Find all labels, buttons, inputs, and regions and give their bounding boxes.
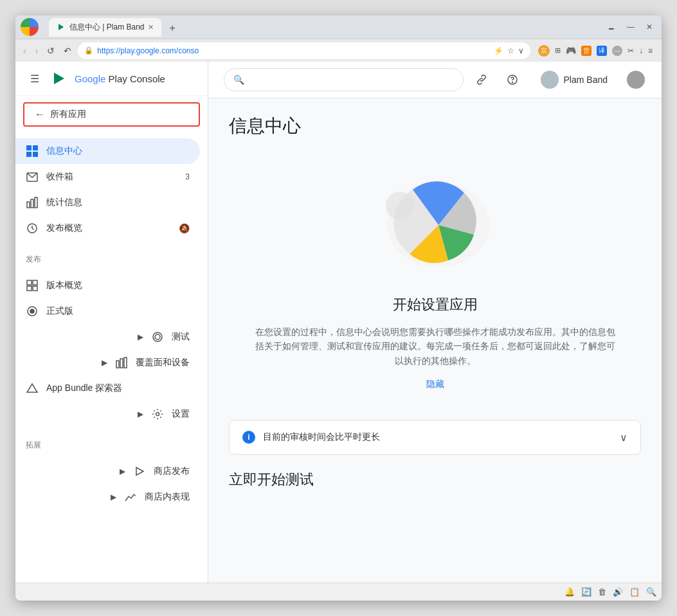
browser-titlebar: 信息中心 | Plam Band ✕ + 🗕 — ✕ <box>15 15 662 39</box>
svg-rect-20 <box>120 359 123 368</box>
minimize-btn[interactable]: 🗕 <box>604 21 619 33</box>
address-bar[interactable]: 🔒 https://play.google.com/conso ⚡ ☆ ∨ <box>78 42 530 59</box>
expand-url-icon[interactable]: ∨ <box>518 46 524 55</box>
new-tab-button[interactable]: + <box>164 20 180 37</box>
svg-marker-1 <box>54 73 64 84</box>
hamburger-btn[interactable]: ☰ <box>26 69 44 87</box>
svg-rect-11 <box>27 280 32 285</box>
sidebar-item-release-overview[interactable]: 发布概览 🔕 <box>15 215 200 241</box>
svg-point-18 <box>155 334 160 340</box>
section2-title: 立即开始测试 <box>229 470 641 489</box>
hide-link[interactable]: 隐藏 <box>426 379 444 389</box>
sidebar-item-app-bundle[interactable]: App Bundle 探索器 <box>15 376 200 401</box>
svg-point-26 <box>512 82 512 83</box>
sidebar-item-test[interactable]: ▶ 测试 <box>15 324 200 350</box>
sidebar-item-stats[interactable]: 统计信息 <box>15 190 200 215</box>
download-icon[interactable]: ↓ <box>639 46 643 55</box>
menu-icon[interactable]: ≡ <box>648 46 653 55</box>
info-banner: i 目前的审核时间会比平时更长 ∨ <box>229 420 641 455</box>
pie-chart <box>365 164 506 280</box>
svg-rect-14 <box>33 286 37 291</box>
back-nav-btn[interactable]: ‹ <box>21 44 29 57</box>
main-topbar: 🔍 Plam Band <box>208 62 662 98</box>
release-icon <box>26 305 39 318</box>
app-body: ☰ Google Play Console ← 所有应用 <box>15 62 662 583</box>
app-title: Google Play Console <box>75 73 165 84</box>
account-avatar-btn[interactable] <box>626 69 646 90</box>
svg-point-17 <box>153 332 162 341</box>
store-perf-label: 商店内表现 <box>145 491 190 503</box>
expand-section-label: 拓展 <box>15 432 208 453</box>
svg-rect-3 <box>33 145 38 150</box>
all-apps-button[interactable]: ← 所有应用 <box>23 102 200 127</box>
sidebar-nav: 信息中心 收件箱 3 统计信息 <box>15 133 208 246</box>
expand-arrow-store: ▶ <box>120 467 125 476</box>
release-nav: 版本概览 正式版 ▶ 测试 ▶ <box>15 267 208 432</box>
search-input[interactable] <box>249 75 454 85</box>
svg-rect-9 <box>35 197 37 208</box>
store-publish-label: 商店发布 <box>154 466 190 477</box>
sidebar-item-store-perf[interactable]: ▶ 商店内表现 <box>15 484 200 510</box>
sidebar-item-inbox[interactable]: 收件箱 3 <box>15 164 200 190</box>
help-icon-btn[interactable] <box>502 69 523 90</box>
security-icon: 🔒 <box>84 46 93 55</box>
svg-rect-2 <box>26 145 32 150</box>
forward-nav-btn[interactable]: › <box>33 44 41 57</box>
star-icon[interactable]: ☆ <box>507 46 514 55</box>
undo-btn[interactable]: ↶ <box>61 44 74 57</box>
info-banner-row[interactable]: i 目前的审核时间会比平时更长 ∨ <box>230 421 640 454</box>
sidebar-header: ☰ Google Play Console <box>15 62 208 96</box>
sidebar-item-dashboard[interactable]: 信息中心 <box>15 138 200 164</box>
close-btn[interactable]: ✕ <box>642 21 656 33</box>
app-name-btn[interactable]: Plam Band <box>533 68 615 91</box>
sidebar-item-store-publish[interactable]: ▶ 商店发布 <box>15 458 200 484</box>
svg-rect-13 <box>27 286 32 291</box>
svg-rect-21 <box>124 358 127 368</box>
maximize-btn[interactable]: — <box>623 21 638 33</box>
tab-bar: 信息中心 | Plam Band ✕ + <box>44 18 599 37</box>
svg-rect-7 <box>27 202 30 208</box>
test-icon <box>151 331 164 343</box>
stats-icon <box>26 196 39 209</box>
expand-nav: ▶ 商店发布 ▶ 商店内表现 <box>15 453 208 515</box>
search-box[interactable]: 🔍 <box>224 68 464 91</box>
ext-icon-6[interactable]: — <box>612 46 622 56</box>
ext-icon-4[interactable]: 货 <box>581 46 591 56</box>
link-icon-btn[interactable] <box>471 69 492 90</box>
ext-icon-3[interactable]: 🎮 <box>566 46 576 55</box>
ext-icon-1[interactable]: 京 <box>538 45 550 57</box>
svg-point-16 <box>30 309 34 313</box>
store-perf-icon <box>124 491 137 503</box>
dashboard-label: 信息中心 <box>46 145 82 157</box>
svg-point-28 <box>386 192 414 220</box>
coverage-icon <box>115 356 128 369</box>
ext-icon-5[interactable]: 译 <box>597 46 607 56</box>
dashboard-icon <box>26 145 39 158</box>
sidebar-item-release[interactable]: 正式版 <box>15 298 200 324</box>
release-overview-label: 发布概览 <box>46 222 82 234</box>
expand-arrow-coverage: ▶ <box>102 358 107 367</box>
sidebar-item-coverage[interactable]: ▶ 覆盖面和设备 <box>15 350 200 376</box>
status-icon-4: 🔊 <box>613 587 623 597</box>
extensions-area: 京 ⊞ 🎮 货 译 — ✂ ↓ ≡ <box>534 45 656 57</box>
ext-icon-2[interactable]: ⊞ <box>555 46 561 55</box>
scissors-icon[interactable]: ✂ <box>627 46 634 55</box>
inbox-label: 收件箱 <box>46 171 73 183</box>
tab-close-btn[interactable]: ✕ <box>148 23 154 32</box>
active-tab[interactable]: 信息中心 | Plam Band ✕ <box>49 18 161 37</box>
svg-rect-8 <box>31 199 33 208</box>
settings-icon <box>151 408 164 421</box>
browser-logo <box>21 18 39 36</box>
info-icon: i <box>242 431 255 444</box>
search-icon: 🔍 <box>233 75 244 85</box>
svg-rect-12 <box>33 280 37 285</box>
sidebar-item-version-overview[interactable]: 版本概览 <box>15 273 200 298</box>
settings-label: 设置 <box>172 408 190 420</box>
topbar-icons: Plam Band <box>471 68 646 91</box>
status-icon-5: 📋 <box>629 587 640 597</box>
app-bundle-label: App Bundle 探索器 <box>46 383 122 394</box>
reload-btn[interactable]: ↺ <box>44 44 57 57</box>
sidebar-item-settings[interactable]: ▶ 设置 <box>15 401 200 427</box>
page-content-area: 信息中心 <box>208 98 662 510</box>
svg-marker-24 <box>136 467 143 475</box>
